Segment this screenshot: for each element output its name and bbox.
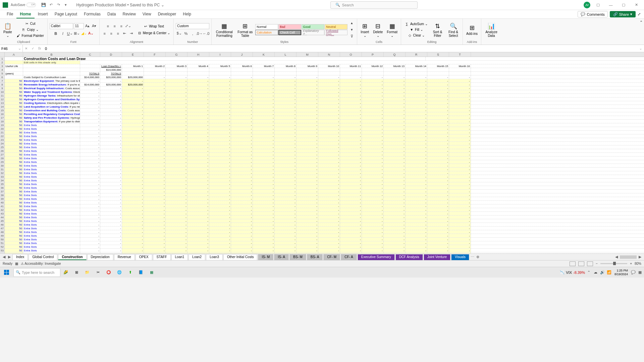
cell[interactable]: -	[427, 94, 449, 97]
cell[interactable]: -	[209, 83, 231, 86]
cell[interactable]: -	[144, 238, 166, 241]
cell[interactable]: 50	[5, 216, 23, 219]
row-header-8[interactable]: 8	[0, 83, 4, 86]
cell[interactable]: -	[253, 241, 275, 245]
cell[interactable]: -	[100, 197, 122, 200]
cell[interactable]: -	[187, 83, 209, 86]
cell[interactable]: -	[384, 227, 406, 230]
cell[interactable]: -	[275, 112, 297, 116]
cell[interactable]: -	[297, 230, 318, 234]
cell[interactable]: -	[427, 190, 449, 193]
cell[interactable]: -	[209, 142, 231, 145]
cell[interactable]: -	[166, 208, 187, 212]
cell[interactable]: -	[406, 208, 427, 212]
cell[interactable]: -	[100, 94, 122, 97]
cell[interactable]: -	[144, 116, 166, 119]
taskbar-vix-icon[interactable]: 📉	[560, 270, 565, 275]
cell[interactable]: 50	[5, 252, 23, 253]
cell[interactable]: -	[427, 212, 449, 215]
cell[interactable]: -	[275, 223, 297, 226]
cell[interactable]: -	[166, 179, 187, 182]
cell[interactable]: -	[209, 201, 231, 204]
cell[interactable]: -	[231, 98, 253, 101]
taskbar-snip-icon[interactable]: ✂	[93, 268, 103, 277]
cell[interactable]: -	[449, 153, 471, 156]
cell[interactable]: -	[80, 190, 100, 193]
view-normal-icon[interactable]	[570, 261, 576, 266]
cell[interactable]: Extra Slots	[23, 123, 80, 127]
cell[interactable]: -	[209, 186, 231, 189]
cell[interactable]: -	[449, 208, 471, 212]
cell[interactable]: -	[318, 227, 340, 230]
insert-button[interactable]: ⊞Insert⌄	[359, 21, 370, 38]
cell[interactable]: -	[187, 134, 209, 138]
cell[interactable]: -	[340, 182, 362, 186]
increase-font-icon[interactable]: A▴	[85, 23, 91, 29]
cell[interactable]	[406, 68, 427, 71]
cell[interactable]: -	[253, 245, 275, 248]
cell[interactable]: -	[406, 227, 427, 230]
cell[interactable]	[384, 72, 406, 75]
cell[interactable]: -	[318, 245, 340, 248]
cell[interactable]: -	[340, 160, 362, 164]
cell[interactable]: -	[449, 193, 471, 197]
cell[interactable]: -	[100, 105, 122, 108]
cell[interactable]: -	[122, 112, 144, 116]
cell[interactable]: -	[231, 197, 253, 200]
cell[interactable]	[275, 68, 297, 71]
cell[interactable]: -	[362, 164, 384, 167]
cell[interactable]: -	[362, 79, 384, 82]
cell[interactable]: -	[340, 216, 362, 219]
cell[interactable]: -	[209, 249, 231, 252]
cell[interactable]: -	[231, 252, 253, 253]
row-header-3[interactable]: 3	[0, 64, 4, 68]
cell[interactable]: -	[427, 175, 449, 178]
cell[interactable]: Extra Slots	[23, 157, 80, 160]
cell[interactable]: -	[449, 252, 471, 253]
cell[interactable]: 50	[5, 227, 23, 230]
cell[interactable]: -	[100, 160, 122, 164]
cell[interactable]: 50	[5, 116, 23, 119]
cell[interactable]: -	[80, 134, 100, 138]
cell[interactable]: 50	[5, 186, 23, 189]
cell[interactable]: -	[187, 216, 209, 219]
col-header-I[interactable]: I	[209, 52, 231, 57]
cell[interactable]	[23, 64, 80, 68]
cell[interactable]: -	[362, 219, 384, 223]
cell[interactable]: -	[144, 101, 166, 105]
cell[interactable]: -	[231, 134, 253, 138]
cell[interactable]: -	[231, 249, 253, 252]
cell[interactable]: -	[253, 190, 275, 193]
cell[interactable]: Extra Slots	[23, 160, 80, 164]
cell[interactable]	[166, 72, 187, 75]
cell[interactable]	[297, 68, 318, 71]
cell[interactable]: -	[384, 249, 406, 252]
cell[interactable]: -	[318, 201, 340, 204]
cell[interactable]: -	[80, 157, 100, 160]
cell[interactable]: -	[340, 109, 362, 112]
cell[interactable]: -	[406, 201, 427, 204]
row-header-40[interactable]: 40	[0, 201, 4, 204]
cell[interactable]: -	[406, 123, 427, 127]
cell[interactable]: -	[231, 241, 253, 245]
cell[interactable]: -	[362, 234, 384, 237]
cell[interactable]: 50	[5, 127, 23, 130]
cell[interactable]: Extra Slots	[23, 179, 80, 182]
cell[interactable]: -	[187, 249, 209, 252]
cell[interactable]: Month 4	[187, 64, 209, 68]
borders-button[interactable]: ⊞⌄	[74, 31, 80, 37]
cell[interactable]: -	[253, 120, 275, 123]
cell[interactable]: 50	[5, 219, 23, 223]
cell[interactable]: Month 1	[122, 64, 144, 68]
cell[interactable]: -	[406, 168, 427, 171]
cell[interactable]: 50	[5, 79, 23, 82]
cell[interactable]: -	[209, 101, 231, 105]
cell[interactable]: -	[231, 160, 253, 164]
cell[interactable]: -	[187, 131, 209, 134]
cell[interactable]: Construction and Building Costs: Costs a…	[23, 109, 80, 112]
cell[interactable]: -	[231, 83, 253, 86]
cell[interactable]: Permitting and Regulatory Compliance Cos…	[23, 112, 80, 116]
cell[interactable]: Hydrogen Compression and Distribution Sy…	[23, 98, 80, 101]
cell[interactable]: -	[340, 90, 362, 94]
cell[interactable]: Extra Slots	[23, 175, 80, 178]
